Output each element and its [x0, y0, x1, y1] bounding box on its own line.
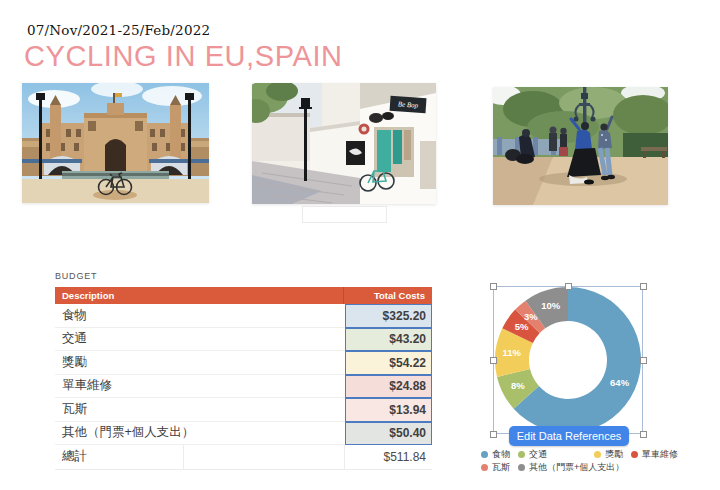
- chart-legend: 食物交通獎勵單車維修瓦斯其他（門票+個人支出）: [481, 448, 678, 474]
- table-row: 瓦斯$13.94: [55, 398, 432, 422]
- selection-handle[interactable]: [490, 357, 497, 364]
- legend-label: 交通: [529, 448, 547, 461]
- description-cell[interactable]: 其他（門票+個人支出）: [55, 422, 345, 446]
- photo-plaza-espana[interactable]: [22, 83, 209, 203]
- selection-handle[interactable]: [490, 283, 497, 290]
- legend-item-其他（門票+個人支出）[interactable]: 其他（門票+個人支出）: [518, 461, 624, 474]
- total-middle-cell[interactable]: [183, 445, 345, 469]
- legend-dot-icon: [518, 464, 525, 471]
- value-cell[interactable]: $325.20: [345, 304, 432, 328]
- table-row: 單車維修$24.88: [55, 375, 432, 399]
- donut-chart[interactable]: 64%8%11%5%3%10%: [488, 280, 648, 440]
- table-row-total: 總計 $511.84: [55, 445, 432, 470]
- table-row: 獎勵$54.22: [55, 351, 432, 375]
- value-cell[interactable]: $24.88: [345, 375, 432, 399]
- legend-row: 瓦斯其他（門票+個人支出）: [481, 461, 678, 474]
- selection-handle[interactable]: [565, 283, 572, 290]
- selection-handle[interactable]: [640, 283, 647, 290]
- total-value-cell[interactable]: $511.84: [345, 445, 432, 469]
- column-header-total-costs[interactable]: Total Costs: [344, 287, 431, 304]
- description-cell[interactable]: 瓦斯: [55, 398, 345, 422]
- street-illustration: Be Bop: [252, 83, 436, 204]
- slice-percent-label: 5%: [515, 321, 529, 332]
- slice-percent-label: 8%: [511, 380, 525, 391]
- value-cell[interactable]: $43.20: [345, 328, 432, 352]
- page-title: CYCLING IN EU,SPAIN: [24, 40, 343, 73]
- total-label-cell[interactable]: 總計: [55, 445, 183, 469]
- legend-label: 食物: [492, 448, 510, 461]
- legend-label: 瓦斯: [492, 461, 510, 474]
- legend-dot-icon: [481, 464, 488, 471]
- budget-table: Description Total Costs 食物$325.20交通$43.2…: [55, 287, 432, 470]
- value-cell[interactable]: $13.94: [345, 398, 432, 422]
- description-cell[interactable]: 食物: [55, 304, 345, 328]
- legend-dot-icon: [631, 451, 638, 458]
- description-cell[interactable]: 獎勵: [55, 351, 345, 375]
- legend-item-獎勵[interactable]: 獎勵: [594, 448, 623, 461]
- description-cell[interactable]: 單車維修: [55, 375, 345, 399]
- park-illustration: [493, 87, 668, 205]
- table-header-row: Description Total Costs: [55, 287, 432, 304]
- date-range: 07/Nov/2021-25/Feb/2022: [27, 22, 210, 38]
- photo-park-dancers[interactable]: [493, 87, 668, 205]
- value-cell[interactable]: $54.22: [345, 351, 432, 375]
- caption-box[interactable]: [302, 206, 387, 223]
- value-cell[interactable]: $50.40: [345, 422, 432, 446]
- legend-label: 單車維修: [642, 448, 678, 461]
- plaza-illustration: [22, 83, 209, 203]
- budget-section-label: BUDGET: [55, 271, 97, 281]
- legend-dot-icon: [481, 451, 488, 458]
- table-row: 食物$325.20: [55, 304, 432, 328]
- table-row: 其他（門票+個人支出）$50.40: [55, 422, 432, 446]
- selection-handle[interactable]: [490, 431, 497, 438]
- legend-dot-icon: [518, 451, 525, 458]
- slice-percent-label: 10%: [541, 300, 561, 311]
- legend-item-單車維修[interactable]: 單車維修: [631, 448, 678, 461]
- selection-handle[interactable]: [640, 357, 647, 364]
- legend-item-交通[interactable]: 交通: [518, 448, 547, 461]
- table-row: 交通$43.20: [55, 328, 432, 352]
- legend-label: 其他（門票+個人支出）: [529, 461, 624, 474]
- edit-data-references-button[interactable]: Edit Data References: [509, 426, 629, 446]
- shop-sign-text: Be Bop: [398, 100, 419, 109]
- slice-percent-label: 11%: [503, 347, 522, 358]
- table-body: 食物$325.20交通$43.20獎勵$54.22單車維修$24.88瓦斯$13…: [55, 304, 432, 445]
- slide-canvas: 07/Nov/2021-25/Feb/2022 CYCLING IN EU,SP…: [0, 0, 720, 490]
- legend-row: 食物交通獎勵單車維修: [481, 448, 678, 461]
- legend-item-食物[interactable]: 食物: [481, 448, 510, 461]
- photo-street-scene[interactable]: Be Bop: [252, 83, 436, 204]
- slice-percent-label: 64%: [610, 377, 630, 388]
- legend-item-瓦斯[interactable]: 瓦斯: [481, 461, 510, 474]
- selection-handle[interactable]: [640, 431, 647, 438]
- legend-label: 獎勵: [605, 448, 623, 461]
- description-cell[interactable]: 交通: [55, 328, 345, 352]
- legend-dot-icon: [594, 451, 601, 458]
- column-header-description[interactable]: Description: [55, 287, 344, 304]
